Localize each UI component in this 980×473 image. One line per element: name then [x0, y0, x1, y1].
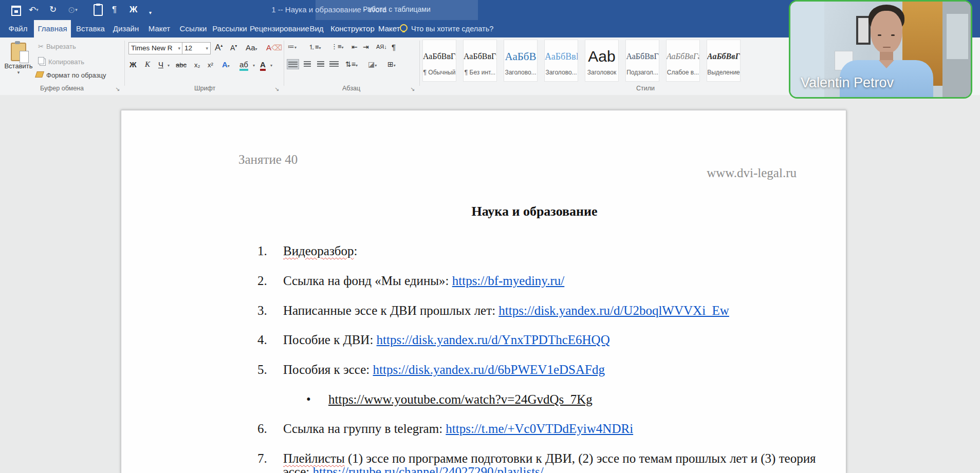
tab-view[interactable]: Вид: [306, 20, 327, 37]
change-case-button[interactable]: Аа▾: [246, 43, 257, 52]
hyperlink[interactable]: https://disk.yandex.ru/d/6bPWEV1eDSAFdg: [373, 363, 605, 376]
font-size-combo[interactable]: 12▾: [182, 42, 211, 54]
tab-home[interactable]: Главная: [34, 20, 71, 37]
paragraph-dialog-launcher[interactable]: ↘: [410, 86, 415, 92]
style-card-5[interactable]: АаБбВвГПодзагол...: [625, 40, 659, 82]
hyperlink[interactable]: https://rutube.ru/channel/24027290/playl…: [313, 465, 544, 473]
tab-design[interactable]: Дизайн: [110, 20, 142, 37]
hyperlink[interactable]: https://disk.yandex.ru/d/YnxTPDThcE6HQQ: [377, 333, 610, 347]
cut-button[interactable]: ✂Вырезать: [38, 43, 76, 50]
align-center-button[interactable]: [301, 59, 313, 69]
group-label-clipboard: Буфер обмена: [40, 85, 84, 94]
tab-insert[interactable]: Вставка: [74, 20, 107, 37]
align-right-button[interactable]: [315, 59, 327, 69]
increase-indent-button[interactable]: ⇥: [363, 43, 369, 51]
style-card-0[interactable]: АаБбВвГг,¶ Обычный: [422, 40, 456, 82]
superscript-button[interactable]: x²: [208, 61, 213, 69]
paste-button[interactable]: Вставить ▾: [4, 41, 33, 84]
style-label: Заголово...: [545, 69, 578, 76]
doc-list-item: 6.Ссылка на группу в telegram: https://t…: [257, 422, 633, 436]
borders-button[interactable]: ⊞▾: [387, 60, 396, 68]
justify-icon: [329, 61, 339, 68]
copy-button[interactable]: Копировать: [38, 57, 84, 66]
style-preview: АаБбВвГг: [707, 47, 740, 66]
hyperlink[interactable]: https://bf-myediny.ru/: [452, 274, 565, 288]
list-number: 3.: [257, 304, 283, 318]
tab-layout[interactable]: Макет: [145, 20, 174, 37]
justify-button[interactable]: [328, 59, 340, 69]
style-card-1[interactable]: АаБбВвГг,¶ Без инт...: [463, 40, 497, 82]
undo-icon[interactable]: ↶▾: [29, 4, 39, 16]
font-name-combo[interactable]: Times New R▾: [128, 42, 183, 54]
format-painter-icon: [35, 71, 44, 78]
sort-button[interactable]: АЯ↓: [376, 44, 387, 50]
strikethrough-button[interactable]: abc: [176, 61, 187, 69]
tab-mailings[interactable]: Рассылки: [212, 20, 248, 37]
bullets-button[interactable]: ≔▾: [288, 43, 297, 50]
doc-list-item: 2.Ссылка на фонд «Мы едины»: https://bf-…: [257, 274, 564, 288]
bold-icon[interactable]: Ж: [130, 4, 137, 16]
styles-gallery: АаБбВвГг,¶ ОбычныйАаБбВвГг,¶ Без инт...А…: [422, 40, 788, 84]
copy-icon: [38, 57, 44, 64]
font-color-button[interactable]: А: [260, 60, 266, 71]
numbering-button[interactable]: ⒈≡▾: [308, 43, 321, 52]
underline-dropdown[interactable]: ▾: [168, 63, 170, 68]
multilevel-list-button[interactable]: ⋮≡▾: [331, 43, 344, 50]
doc-list-item: 5.Пособия к эссе: https://disk.yandex.ru…: [257, 363, 605, 377]
paste-icon[interactable]: [94, 4, 103, 16]
shading-button[interactable]: ◪▾: [368, 60, 377, 68]
customize-qat-icon[interactable]: ▾: [149, 7, 152, 19]
pilcrow-icon[interactable]: ¶: [112, 4, 117, 16]
list-number: 7.: [257, 451, 283, 466]
style-preview: АаБбВвГг,: [464, 47, 496, 66]
show-marks-button[interactable]: ¶: [392, 43, 396, 51]
style-card-6[interactable]: АаБбВвГгСлабое в...: [666, 40, 700, 82]
save-icon[interactable]: [11, 6, 21, 16]
style-preview: Aab: [585, 47, 618, 66]
doc-list-item: 1.Видеоразбор:: [257, 244, 358, 258]
font-color-dropdown[interactable]: ▾: [270, 63, 272, 68]
document-canvas[interactable]: Занятие 40 www.dvi-legal.ru Наука и обра…: [0, 95, 980, 473]
underline-button[interactable]: Ч: [158, 60, 163, 69]
redo-icon[interactable]: ↻: [49, 4, 57, 16]
style-label: Выделение: [707, 69, 740, 76]
tab-file[interactable]: Файл: [6, 20, 30, 37]
clipboard-dialog-launcher[interactable]: ↘: [115, 86, 120, 92]
grow-font-button[interactable]: А▴: [215, 43, 223, 53]
highlight-dropdown[interactable]: ▾: [253, 63, 255, 68]
hyperlink[interactable]: https://www.youtube.com/watch?v=24GvdQs_…: [328, 392, 593, 406]
subscript-button[interactable]: x₂: [194, 61, 200, 69]
touch-mode-icon[interactable]: ⊙▾: [68, 4, 78, 16]
lightbulb-icon: [400, 24, 408, 32]
clipboard-icon: [11, 43, 26, 61]
clear-formatting-button[interactable]: А⌫: [266, 43, 282, 52]
format-painter-button[interactable]: Формат по образцу: [36, 71, 106, 79]
shrink-font-button[interactable]: А▾: [230, 44, 237, 52]
paste-dropdown-arrow[interactable]: ▾: [4, 70, 33, 75]
align-center-icon: [304, 61, 311, 68]
highlight-button[interactable]: аб: [239, 60, 248, 71]
tab-references[interactable]: Ссылки: [178, 20, 209, 37]
style-card-4[interactable]: AabЗаголовок: [585, 40, 619, 82]
document-page[interactable]: Занятие 40 www.dvi-legal.ru Наука и обра…: [121, 110, 846, 473]
decrease-indent-button[interactable]: ⇤: [352, 43, 358, 51]
style-card-2[interactable]: АаБбВЗаголово...: [504, 40, 538, 82]
item-text: Пособия к эссе:: [283, 363, 373, 376]
style-card-7[interactable]: АаБбВвГгВыделение: [707, 40, 741, 82]
hyperlink[interactable]: https://disk.yandex.ru/d/U2boqlWVVXi_Ew: [498, 304, 729, 317]
tab-review[interactable]: Рецензирование: [250, 20, 304, 37]
align-left-button[interactable]: [287, 59, 299, 69]
text-effects-button[interactable]: А▾: [222, 60, 230, 69]
tab-table-design[interactable]: Конструктор: [329, 20, 376, 37]
font-dialog-launcher[interactable]: ↘: [274, 86, 279, 92]
tell-me-box[interactable]: Что вы хотите сделать?: [400, 20, 493, 37]
item-text: эссе:: [283, 465, 313, 473]
tab-table-layout[interactable]: Макет: [378, 20, 400, 37]
style-card-3[interactable]: АаБбВвГЗаголово...: [544, 40, 578, 82]
style-preview: АаБбВвГ: [626, 47, 659, 66]
hyperlink[interactable]: https://t.me/+Vc0VTDdEyiw4NDRi: [446, 422, 633, 436]
group-label-font: Шрифт: [194, 85, 215, 94]
italic-button[interactable]: К: [145, 60, 150, 69]
line-spacing-button[interactable]: ⇅≡▾: [345, 60, 358, 68]
bold-button[interactable]: Ж: [130, 60, 137, 69]
